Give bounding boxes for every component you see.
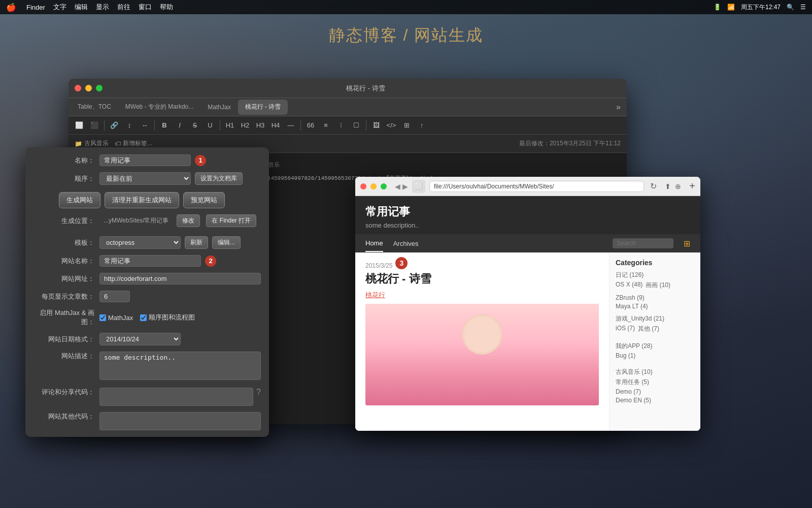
cat-ios[interactable]: iOS (7) (616, 325, 635, 333)
tab-peach[interactable]: 桃花行 - 诗雪 (238, 100, 288, 115)
desc-textarea[interactable] (99, 352, 261, 380)
cat-demo[interactable]: Demo (7) (616, 388, 694, 395)
mathjax-checkbox[interactable] (99, 314, 106, 321)
menu-text[interactable]: 文字 (53, 3, 66, 12)
browser-reload-icon[interactable]: ↻ (650, 181, 657, 191)
browser-tab-icon[interactable]: ⬜ (412, 180, 425, 193)
menu-go[interactable]: 前往 (117, 3, 130, 12)
menubar-notification[interactable]: ☰ (800, 4, 806, 11)
comment-textarea[interactable] (99, 388, 253, 406)
menu-view[interactable]: 显示 (96, 3, 109, 12)
cat-zbrush[interactable]: ZBrush (9) (616, 294, 645, 301)
blog-nav-archives[interactable]: Archives (393, 236, 419, 251)
toolbar-italic-btn[interactable]: I (173, 119, 186, 132)
post-title: 桃花行 - 诗雪 (365, 271, 599, 287)
meta-tag[interactable]: 🏷 新增标签... (115, 139, 152, 148)
toolbar-h3-btn[interactable]: H3 (254, 119, 267, 132)
cat-unity3d[interactable]: 游戏_Unity3d (21) (616, 314, 664, 323)
toolbar-task-btn[interactable]: ☐ (350, 119, 363, 132)
cat-demo-en[interactable]: Demo EN (5) (616, 397, 694, 404)
menu-window[interactable]: 窗口 (139, 3, 152, 12)
menu-help[interactable]: 帮助 (160, 3, 173, 12)
finder-menu[interactable]: Finder (26, 4, 45, 11)
cat-draw[interactable]: 画画 (10) (646, 281, 670, 290)
tab-overflow[interactable]: » (612, 103, 625, 112)
toolbar-shrink-btn[interactable]: ↔ (138, 119, 151, 132)
toolbar-strike-btn[interactable]: S̶ (188, 119, 201, 132)
browser-back-btn[interactable]: ◀ (395, 182, 400, 190)
edit-btn[interactable]: 编辑... (212, 236, 241, 249)
browser-add-tab[interactable]: + (689, 180, 695, 192)
sidebar-categories-title: Categories (616, 259, 694, 267)
toolbar-img-btn[interactable]: 🖼 (369, 119, 383, 132)
browser-forward-btn[interactable]: ▶ (402, 182, 408, 190)
modify-btn[interactable]: 修改 (177, 214, 200, 227)
order-select[interactable]: 最新在前 (99, 172, 191, 185)
toolbar-code-btn[interactable]: </> (385, 119, 398, 132)
maximize-button[interactable] (96, 85, 103, 91)
post-tag[interactable]: 桃花行 (365, 291, 599, 300)
browser-minimize[interactable] (370, 183, 377, 189)
blog-search-input[interactable] (613, 238, 673, 248)
sequence-checkbox[interactable] (140, 314, 147, 321)
toolbar-ul-btn[interactable]: ⁝ (334, 119, 348, 132)
cat-maya[interactable]: Maya LT (4) (616, 303, 648, 310)
toolbar-h2-btn[interactable]: H2 (239, 119, 252, 132)
blog-rss-icon[interactable]: ⊞ (684, 239, 690, 248)
toolbar-sep-5 (366, 120, 366, 131)
cat-tasks[interactable]: 常用任务 (5) (616, 378, 694, 387)
url-input[interactable] (99, 273, 261, 284)
toolbar-hr-btn[interactable]: — (284, 119, 297, 132)
toolbar-underline-btn[interactable]: U (204, 119, 217, 132)
desc-label: 网站描述： (33, 352, 94, 361)
template-select[interactable]: octopress (99, 236, 181, 249)
menubar-search[interactable]: 🔍 (787, 4, 794, 11)
name-input[interactable] (99, 154, 191, 166)
apple-menu[interactable]: 🍎 (6, 3, 16, 12)
blog-nav-home[interactable]: Home (365, 235, 383, 252)
browser-share-icon[interactable]: ⬆ (665, 182, 671, 190)
menu-edit[interactable]: 编辑 (75, 3, 88, 12)
toolbar-h1-btn[interactable]: H1 (223, 119, 236, 132)
toolbar-ol-btn[interactable]: ≡ (319, 119, 332, 132)
toolbar-table-btn[interactable]: ⊞ (400, 119, 413, 132)
browser-url-input[interactable] (429, 181, 644, 192)
cat-other[interactable]: 其他 (7) (638, 325, 659, 333)
toolbar-quote-btn[interactable]: 66 (304, 119, 317, 132)
open-finder-btn[interactable]: 在 Finder 打开 (206, 214, 256, 227)
other-textarea[interactable] (99, 412, 261, 430)
toolbar-row: ⬜ ⬛ 🔗 ↕ ↔ B I S̶ U H1 H2 H3 H4 — 66 ≡ ⁝ … (69, 116, 627, 135)
comment-help-icon[interactable]: ? (256, 388, 261, 397)
toolbar-expand-btn[interactable]: ↕ (123, 119, 136, 132)
generate-btn[interactable]: 生成网站 (59, 192, 100, 208)
browser-maximize[interactable] (381, 183, 387, 189)
refresh-btn[interactable]: 刷新 (185, 236, 208, 249)
browser-bookmark-icon[interactable]: ⊕ (675, 182, 681, 190)
date-select[interactable]: 2014/10/24 (99, 333, 181, 345)
clean-generate-btn[interactable]: 清理并重新生成网站 (105, 192, 179, 208)
set-as-doc-lib-btn[interactable]: 设置为文档库 (195, 172, 243, 185)
cat-osx[interactable]: OS X (48) (616, 281, 642, 290)
minimize-button[interactable] (85, 85, 92, 91)
toolbar-bold-btn[interactable]: B (158, 119, 171, 132)
perpage-input[interactable] (99, 291, 130, 302)
close-button[interactable] (75, 85, 81, 91)
tab-mweb[interactable]: MWeb - 专业的 Markdo... (118, 100, 200, 115)
browser-close[interactable] (360, 183, 366, 189)
url-container (99, 273, 261, 284)
site-name-input[interactable] (99, 255, 201, 267)
cat-music[interactable]: 古风音乐 (10) (616, 368, 694, 376)
tab-mathjax[interactable]: MathJax (200, 100, 238, 115)
toolbar-preview-btn[interactable]: ⬛ (88, 119, 101, 132)
tag-add[interactable]: 新增标签... (123, 139, 152, 148)
blog-header: 常用记事 some description.. (355, 196, 700, 234)
toolbar-h4-btn[interactable]: H4 (269, 119, 282, 132)
toolbar-sidebar-btn[interactable]: ⬜ (73, 119, 86, 132)
tab-table-toc[interactable]: Table、TOC (71, 100, 118, 115)
cat-app[interactable]: 我的APP (28) (616, 342, 694, 351)
toolbar-share-btn[interactable]: ↑ (415, 119, 428, 132)
toolbar-link-btn[interactable]: 🔗 (108, 119, 121, 132)
preview-btn[interactable]: 预览网站 (183, 192, 225, 208)
cat-diary[interactable]: 日记 (126) (616, 271, 694, 279)
cat-bug[interactable]: Bug (1) (616, 352, 694, 359)
